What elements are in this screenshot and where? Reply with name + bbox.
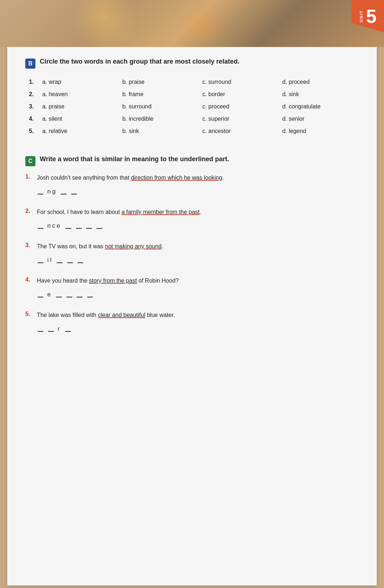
q-number: 2. [25, 88, 39, 100]
answer-line: e [37, 289, 359, 298]
unit-label: UNIT [359, 10, 363, 22]
blank [97, 221, 102, 229]
c-q-header: 5. The lake was filled with clear and be… [25, 311, 359, 319]
c-q-header: 2. For school, I have to learn about a f… [25, 208, 359, 216]
table-row: 3. a. praise b. surround c. proceed d. c… [25, 100, 359, 113]
table-row: 1. a. wrap b. praise c. surround d. proc… [25, 76, 359, 88]
q-option-c: c. surround [199, 76, 278, 88]
answer-line: il [37, 255, 359, 264]
page-content: B Circle the two words in each group tha… [7, 47, 377, 585]
table-row: 4. a. silent b. incredible c. superior d… [25, 113, 359, 125]
underlined-phrase: direction from which he was looking [131, 175, 222, 181]
c-q-text: The lake was filled with clear and beaut… [37, 311, 175, 319]
underlined-phrase: not making any sound [105, 243, 162, 249]
blank [61, 186, 67, 194]
q-option-a: a. heaven [39, 88, 119, 100]
section-c-title: Write a word that is similar in meaning … [40, 155, 229, 163]
blank [87, 289, 93, 297]
badge-b: B [25, 59, 35, 69]
c-q-number: 4. [25, 276, 33, 283]
c-q-text: For school, I have to learn about a fami… [37, 208, 201, 216]
underlined-phrase: a family member from the past [121, 209, 200, 215]
q-option-b: b. incredible [119, 113, 199, 125]
section-b-title: Circle the two words in each group that … [40, 58, 239, 65]
section-c-questions: 1. Josh couldn't see anything from that … [25, 173, 359, 332]
c-question: 1. Josh couldn't see anything from that … [25, 173, 359, 195]
unit-badge: UNIT 5 [351, 0, 384, 33]
q-option-c: c. border [199, 88, 278, 100]
c-q-number: 5. [25, 311, 33, 317]
blank [38, 255, 43, 263]
underlined-phrase: story from the past [89, 278, 137, 284]
q-option-b: b. praise [119, 76, 199, 88]
c-q-number: 3. [25, 242, 33, 249]
q-option-d: d. legend [279, 125, 359, 137]
badge-c: C [25, 156, 35, 166]
blank [48, 324, 54, 332]
blank [76, 221, 82, 229]
blank [38, 324, 43, 332]
top-banner: UNIT 5 [0, 0, 384, 47]
section-b-header: B Circle the two words in each group tha… [25, 58, 359, 69]
blank [67, 289, 72, 297]
blank [38, 221, 43, 229]
q-option-b: b. sink [119, 125, 199, 137]
q-option-c: c. superior [199, 113, 278, 125]
answer-line: ng [37, 186, 359, 195]
q-option-d: d. congratulate [279, 100, 359, 113]
q-option-d: d. senior [279, 113, 359, 125]
c-question: 4. Have you heard the story from the pas… [25, 276, 359, 298]
q-option-b: b. frame [119, 88, 199, 100]
section-c-header: C Write a word that is similar in meanin… [25, 155, 359, 166]
table-row: 5. a. relative b. sink c. ancestor d. le… [25, 125, 359, 137]
c-q-number: 2. [25, 208, 33, 214]
section-c: C Write a word that is similar in meanin… [25, 155, 359, 332]
q-option-a: a. wrap [39, 76, 119, 88]
underlined-phrase: clear and beautiful [98, 312, 145, 318]
blank [71, 186, 77, 194]
q-option-c: c. ancestor [199, 125, 278, 137]
section-b: B Circle the two words in each group tha… [25, 58, 359, 137]
q-option-c: c. proceed [199, 100, 278, 113]
c-question: 5. The lake was filled with clear and be… [25, 311, 359, 332]
q-number: 4. [25, 113, 39, 125]
c-q-number: 1. [25, 173, 33, 180]
blank [38, 289, 43, 297]
c-q-header: 4. Have you heard the story from the pas… [25, 276, 359, 285]
blank [38, 186, 43, 194]
c-q-header: 1. Josh couldn't see anything from that … [25, 173, 359, 182]
blank [65, 221, 71, 229]
q-option-b: b. surround [119, 100, 199, 113]
c-question: 2. For school, I have to learn about a f… [25, 208, 359, 229]
blank [77, 289, 82, 297]
q-number: 1. [25, 76, 39, 88]
c-q-text: Josh couldn't see anything from that dir… [37, 173, 224, 182]
blank [77, 255, 83, 263]
q-number: 5. [25, 125, 39, 137]
blank [86, 221, 92, 229]
answer-line: nce [37, 221, 359, 229]
blank [67, 255, 73, 263]
answer-line: r [37, 324, 359, 332]
c-q-header: 3. The TV was on, but it was not making … [25, 242, 359, 251]
blank [65, 324, 71, 332]
q-option-d: d. sink [279, 88, 359, 100]
blank [57, 255, 63, 263]
q-option-a: a. silent [39, 113, 119, 125]
q-option-d: d. proceed [279, 76, 359, 88]
c-q-text: Have you heard the story from the past o… [37, 276, 179, 285]
q-option-a: a. praise [39, 100, 119, 113]
table-row: 2. a. heaven b. frame c. border d. sink [25, 88, 359, 100]
section-b-table: 1. a. wrap b. praise c. surround d. proc… [25, 76, 359, 137]
q-option-a: a. relative [39, 125, 119, 137]
unit-number: 5 [366, 7, 377, 26]
blank [56, 289, 62, 297]
q-number: 3. [25, 100, 39, 113]
c-question: 3. The TV was on, but it was not making … [25, 242, 359, 264]
c-q-text: The TV was on, but it was not making any… [37, 242, 163, 251]
